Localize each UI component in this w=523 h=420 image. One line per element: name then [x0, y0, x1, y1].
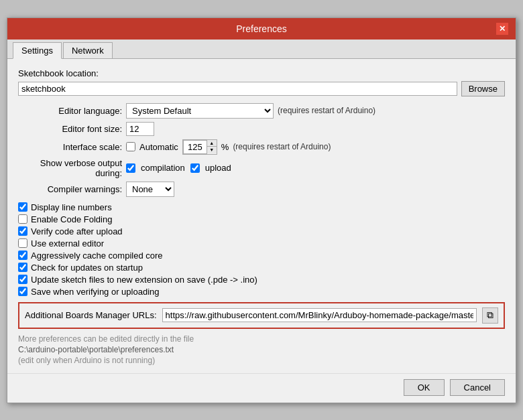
display-line-numbers-checkbox[interactable]: [18, 202, 27, 212]
display-line-numbers-label: Display line numbers: [31, 202, 112, 212]
editor-language-row: Editor language: System Default (require…: [18, 103, 505, 119]
check-for-updates-checkbox[interactable]: [18, 263, 27, 272]
check-for-updates-label: Check for updates on startup: [31, 263, 143, 273]
automatic-label: Automatic: [139, 142, 178, 152]
browse-button[interactable]: Browse: [461, 81, 505, 96]
checkbox-row-save-when-verifying: Save when verifying or uploading: [18, 287, 505, 297]
preferences-path: C:\arduino-portable\portable\preferences…: [18, 345, 505, 354]
dialog-title: Preferences: [27, 23, 496, 34]
upload-checkbox[interactable]: [190, 163, 200, 173]
compiler-warnings-select[interactable]: None Default More All: [126, 182, 174, 197]
interface-scale-note: (requires restart of Arduino): [233, 142, 331, 151]
verbose-output-controls: compilation upload: [126, 163, 231, 173]
upload-label: upload: [205, 163, 231, 173]
footer-note: (edit only when Arduino is not running): [18, 356, 505, 365]
sketchbook-label: Sketchbook location:: [18, 68, 505, 78]
scale-value-input[interactable]: [183, 140, 207, 154]
editor-font-size-label: Editor font size:: [18, 124, 122, 134]
update-sketch-files-checkbox[interactable]: [18, 275, 27, 284]
additional-urls-input[interactable]: [162, 308, 477, 322]
checkboxes-section: Display line numbers Enable Code Folding…: [18, 202, 505, 297]
checkbox-row-check-for-updates: Check for updates on startup: [18, 263, 505, 273]
checkbox-row-verify-code: Verify code after upload: [18, 226, 505, 236]
sketchbook-input[interactable]: [18, 82, 457, 96]
update-sketch-files-label: Update sketch files to new extension on …: [31, 275, 257, 285]
compiler-warnings-label: Compiler warnings:: [18, 184, 122, 194]
editor-language-note: (requires restart of Arduino): [278, 106, 375, 115]
tab-settings[interactable]: Settings: [13, 42, 62, 59]
aggressively-cache-checkbox[interactable]: [18, 251, 27, 260]
save-when-verifying-checkbox[interactable]: [18, 287, 27, 296]
checkbox-row-update-sketch-files: Update sketch files to new extension on …: [18, 275, 505, 285]
additional-urls-label: Additional Boards Manager URLs:: [25, 310, 157, 320]
sketchbook-row: Browse: [18, 81, 505, 96]
interface-scale-row: Interface scale: Automatic ▲ ▼ % (requir…: [18, 139, 505, 155]
dialog-buttons: OK Cancel: [7, 373, 516, 403]
preferences-dialog: Preferences ✕ Settings Network Sketchboo…: [7, 17, 516, 403]
checkbox-row-display-line-numbers: Display line numbers: [18, 202, 505, 212]
interface-scale-label: Interface scale:: [18, 142, 122, 152]
scale-up-button[interactable]: ▲: [207, 140, 217, 147]
scale-spinbox: ▲ ▼: [182, 139, 217, 155]
enable-code-folding-checkbox[interactable]: [18, 214, 27, 224]
editor-language-label: Editor language:: [18, 106, 122, 116]
close-button[interactable]: ✕: [496, 22, 509, 36]
settings-panel: Sketchbook location: Browse Editor langu…: [7, 59, 516, 373]
checkbox-row-enable-code-folding: Enable Code Folding: [18, 214, 505, 224]
compiler-warnings-row: Compiler warnings: None Default More All: [18, 182, 505, 197]
checkbox-row-aggressively-cache: Aggressively cache compiled core: [18, 251, 505, 261]
verbose-output-label: Show verbose output during:: [18, 158, 122, 178]
tabs-bar: Settings Network: [7, 40, 516, 59]
additional-urls-icon-button[interactable]: ⧉: [482, 307, 498, 324]
verify-code-label: Verify code after upload: [31, 226, 123, 236]
enable-code-folding-label: Enable Code Folding: [31, 214, 112, 224]
scale-down-button[interactable]: ▼: [207, 147, 217, 153]
title-bar: Preferences ✕: [7, 18, 516, 40]
use-external-editor-checkbox[interactable]: [18, 238, 27, 248]
automatic-checkbox[interactable]: [126, 142, 135, 151]
tab-network[interactable]: Network: [63, 42, 113, 58]
verify-code-checkbox[interactable]: [18, 226, 27, 236]
compilation-label: compilation: [141, 163, 185, 173]
additional-urls-section: Additional Boards Manager URLs: ⧉: [18, 302, 505, 329]
use-external-editor-label: Use external editor: [31, 238, 104, 249]
editor-font-size-input[interactable]: [126, 122, 154, 136]
interface-scale-controls: Automatic ▲ ▼ % (requires restart of Ard…: [126, 139, 331, 155]
scale-unit: %: [221, 142, 229, 152]
more-preferences-text: More preferences can be edited directly …: [18, 334, 505, 344]
editor-language-select[interactable]: System Default: [126, 103, 274, 119]
compilation-checkbox[interactable]: [126, 163, 135, 173]
checkbox-row-external-editor: Use external editor: [18, 238, 505, 249]
ok-button[interactable]: OK: [404, 379, 445, 396]
cancel-button[interactable]: Cancel: [450, 379, 505, 396]
aggressively-cache-label: Aggressively cache compiled core: [31, 251, 163, 261]
verbose-output-row: Show verbose output during: compilation …: [18, 158, 505, 178]
save-when-verifying-label: Save when verifying or uploading: [31, 287, 160, 297]
editor-font-size-row: Editor font size:: [18, 122, 505, 136]
scale-spinbox-arrows: ▲ ▼: [207, 140, 217, 154]
